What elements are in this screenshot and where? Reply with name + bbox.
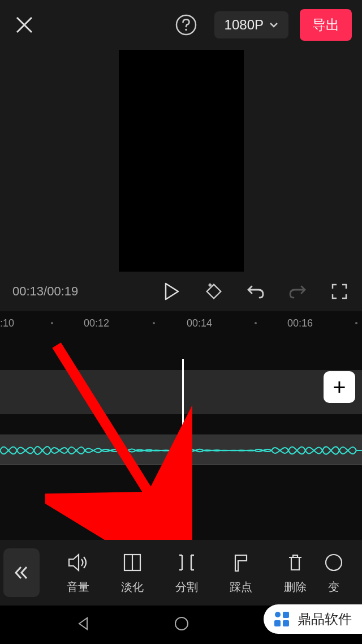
bottom-toolbar: 音量 淡化 分割 踩点 删除 [0, 540, 362, 606]
redo-button[interactable] [287, 281, 308, 302]
video-track[interactable] [0, 370, 362, 414]
collapse-button[interactable] [3, 548, 40, 597]
preview-frame[interactable] [119, 50, 244, 272]
play-button[interactable] [162, 281, 182, 302]
tool-volume[interactable]: 音量 [51, 551, 105, 595]
svg-rect-11 [283, 620, 289, 626]
tool-delete[interactable]: 删除 [268, 551, 322, 595]
export-label: 导出 [312, 17, 339, 32]
playhead[interactable] [182, 359, 184, 540]
ruler-dot [255, 322, 257, 324]
watermark-text: 鼎品软件 [298, 610, 352, 628]
keyframe-button[interactable] [204, 281, 224, 302]
export-button[interactable]: 导出 [300, 9, 352, 41]
close-icon [15, 15, 34, 35]
volume-icon [67, 551, 89, 574]
svg-point-6 [175, 617, 188, 630]
timeline-ruler[interactable]: 0:10 00:12 00:14 00:16 [0, 311, 362, 335]
plus-icon: + [333, 376, 346, 398]
ruler-tick: 00:12 [84, 317, 109, 329]
watermark-badge: 鼎品软件 [264, 604, 362, 634]
circle-home-icon [174, 616, 189, 632]
help-button[interactable] [174, 12, 199, 37]
watermark-logo-icon [272, 609, 292, 629]
resolution-selector[interactable]: 1080P [214, 11, 288, 38]
svg-point-5 [326, 555, 342, 570]
preview-area [0, 50, 362, 272]
chevron-down-icon [269, 22, 278, 28]
ruler-tick: 00:14 [187, 317, 212, 329]
audio-track[interactable] [0, 435, 362, 465]
svg-rect-9 [283, 612, 289, 618]
svg-point-1 [185, 29, 187, 31]
ruler-dot [51, 322, 53, 324]
nav-back-button[interactable] [76, 616, 90, 633]
fullscreen-icon [331, 283, 348, 300]
play-icon [164, 282, 180, 300]
close-button[interactable] [10, 11, 38, 39]
tool-label: 删除 [284, 579, 307, 595]
triangle-back-icon [76, 616, 90, 631]
tool-label: 淡化 [121, 579, 144, 595]
svg-point-8 [275, 612, 281, 617]
timeline[interactable]: 0:10 00:12 00:14 00:16 + [0, 311, 362, 540]
keyframe-icon [204, 281, 224, 302]
split-icon [175, 551, 198, 574]
tool-split[interactable]: 分割 [160, 551, 214, 595]
redo-icon [288, 283, 307, 300]
nav-home-button[interactable] [174, 616, 189, 634]
add-clip-button[interactable]: + [324, 371, 355, 403]
chevron-left-double-icon [13, 564, 30, 581]
tool-label: 分割 [175, 579, 198, 595]
tool-fade[interactable]: 淡化 [105, 551, 160, 595]
resolution-value: 1080P [225, 17, 264, 33]
ruler-dot [153, 322, 155, 324]
ruler-tick: 00:16 [287, 317, 313, 329]
tool-speed[interactable]: 变 [322, 551, 345, 595]
beat-icon [230, 551, 252, 574]
timecode-display: 00:13/00:19 [12, 284, 139, 299]
help-icon [175, 14, 197, 36]
svg-rect-10 [274, 620, 281, 626]
speed-icon [322, 551, 345, 574]
header-bar: 1080P 导出 [0, 0, 362, 50]
fade-icon [121, 551, 144, 574]
undo-button[interactable] [245, 281, 266, 302]
ruler-dot [355, 322, 357, 324]
timeline-tracks[interactable]: + [0, 335, 362, 540]
fullscreen-button[interactable] [329, 281, 350, 302]
transport-bar: 00:13/00:19 [0, 272, 362, 311]
tool-label: 变 [328, 579, 339, 595]
delete-icon [284, 551, 307, 574]
undo-icon [246, 283, 265, 300]
tool-beat[interactable]: 踩点 [214, 551, 268, 595]
tool-label: 音量 [67, 579, 89, 595]
tool-label: 踩点 [230, 579, 252, 595]
ruler-tick: 0:10 [0, 317, 14, 329]
waveform-icon [0, 435, 362, 466]
